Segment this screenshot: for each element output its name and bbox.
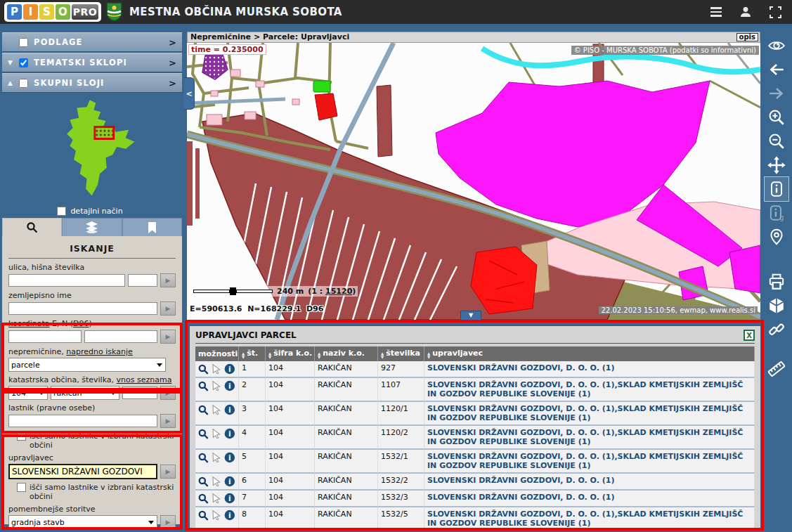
sidebar-collapse-tab[interactable]: <	[184, 77, 195, 110]
row-info-icon[interactable]: i	[224, 428, 235, 439]
select-row-icon[interactable]	[212, 405, 221, 415]
collapse-up-icon[interactable]: ▲	[8, 79, 19, 86]
zoom-to-row-icon[interactable]	[198, 510, 209, 521]
owner-input[interactable]	[8, 415, 157, 427]
list-entry-link[interactable]: vnos seznama	[117, 375, 172, 384]
select-row-icon[interactable]	[212, 476, 221, 486]
row-info-icon[interactable]: i	[224, 452, 235, 463]
coordinate-n-input[interactable]	[84, 330, 157, 343]
piso-logo[interactable]: P I S O PRO	[4, 2, 101, 22]
identify-group-button[interactable]: g	[765, 201, 788, 225]
coordinate-search-button[interactable]: ▶	[160, 330, 176, 344]
sidebar-item-skupni-sloji[interactable]: ▲ SKUPNI SLOJI >	[2, 73, 182, 93]
row-info-icon[interactable]: i	[224, 363, 235, 375]
sort-icon[interactable]: ▲▼	[268, 352, 271, 359]
manager-search-button[interactable]: ▶	[160, 465, 176, 479]
visibility-button[interactable]	[765, 34, 788, 58]
parcel-number-input[interactable]	[122, 387, 157, 399]
excel-export-icon[interactable]: X	[744, 330, 755, 341]
description-button[interactable]: opis	[736, 33, 758, 41]
select-row-icon[interactable]	[212, 453, 221, 462]
select-row-icon[interactable]	[212, 429, 221, 439]
zoom-to-row-icon[interactable]	[198, 381, 209, 391]
table-row[interactable]: i 6 104 RAKIČAN 1532/2 SLOVENSKI DRŽAVNI…	[195, 474, 755, 491]
manager-filter-checkbox[interactable]	[17, 483, 26, 492]
owner-search-button[interactable]: ▶	[160, 414, 176, 428]
street-search-button[interactable]: ▶	[160, 273, 176, 287]
advanced-search-link[interactable]: napredno iskanje	[66, 347, 132, 356]
zoom-to-row-icon[interactable]	[198, 405, 209, 415]
select-row-icon[interactable]	[212, 364, 221, 374]
tematski-sklopi-checkbox[interactable]	[19, 58, 28, 67]
location-button[interactable]	[765, 225, 788, 249]
skupni-sloji-checkbox[interactable]	[19, 79, 28, 88]
history-forward-button[interactable]	[765, 82, 788, 105]
print-button[interactable]	[765, 270, 788, 294]
manager-cell[interactable]: SLOVENSKI DRŽAVNI GOZDOVI, D. O. O. (1)	[424, 474, 755, 491]
manager-cell[interactable]: SLOVENSKI DRŽAVNI GOZDOVI, D. O. O. (1),…	[424, 450, 755, 474]
select-row-icon[interactable]	[212, 510, 221, 520]
column-header[interactable]: ▲▼šifra k.o.	[266, 346, 315, 361]
fullscreen-icon[interactable]	[768, 5, 782, 19]
select-row-icon[interactable]	[212, 381, 221, 391]
coordinate-link[interactable]: koordinata	[8, 319, 50, 328]
sidebar-item-tematski-sklopi[interactable]: ▼ TEMATSKI SKLOPI >	[2, 53, 182, 72]
manager-cell[interactable]: SLOVENSKI DRŽAVNI GOZDOVI, D. O. O. (1),…	[424, 378, 755, 402]
row-info-icon[interactable]: i	[224, 380, 235, 391]
street-input[interactable]	[8, 274, 125, 287]
column-header[interactable]: možnosti	[195, 346, 239, 361]
identify-button[interactable]	[765, 177, 788, 201]
table-row[interactable]: i 5 104 RAKIČAN 1532/1 SLOVENSKI DRŽAVNI…	[195, 450, 755, 474]
column-header[interactable]: ▲▼naziv k.o.	[315, 346, 378, 361]
map-canvas[interactable]: time = 0.235000 © PISO - MURSKA SOBOTA (…	[187, 43, 760, 320]
zoom-to-row-icon[interactable]	[198, 453, 209, 463]
zoom-to-row-icon[interactable]	[198, 364, 209, 375]
podlage-checkbox[interactable]	[19, 38, 28, 47]
collapse-down-icon[interactable]: ▼	[8, 59, 19, 66]
row-info-icon[interactable]: i	[224, 476, 235, 487]
zoom-to-row-icon[interactable]	[198, 429, 209, 439]
scale-ratio-link[interactable]: 15120	[325, 287, 352, 296]
municipality-overview-map[interactable]	[41, 97, 145, 207]
zoom-to-row-icon[interactable]	[198, 476, 209, 487]
geoname-input[interactable]	[8, 302, 157, 315]
services-select[interactable]: gradnja stavb	[8, 515, 157, 529]
row-info-icon[interactable]: i	[224, 510, 235, 521]
table-row[interactable]: i 4 104 RAKIČAN 1120/2 SLOVENSKI DRŽAVNI…	[195, 426, 755, 450]
manager-input[interactable]	[8, 464, 157, 479]
row-info-icon[interactable]: i	[224, 404, 235, 415]
realestate-type-select[interactable]: parcele	[8, 358, 166, 372]
sort-icon[interactable]: ▲▼	[318, 352, 320, 359]
tab-search[interactable]	[2, 218, 62, 236]
table-row[interactable]: i 7 104 RAKIČAN 1532/3 SLOVENSKI DRŽAVNI…	[195, 491, 755, 507]
manager-cell[interactable]: SLOVENSKI DRŽAVNI GOZDOVI, D. O. O. (1),…	[424, 507, 755, 531]
tab-layers[interactable]	[62, 218, 122, 236]
d96-link[interactable]: D96	[73, 319, 89, 328]
row-info-icon[interactable]: i	[224, 493, 235, 504]
manager-cell[interactable]: SLOVENSKI DRŽAVNI GOZDOVI, D. O. O. (1)	[424, 491, 755, 507]
house-number-input[interactable]	[128, 274, 157, 287]
sort-icon[interactable]: ▲▼	[427, 352, 430, 359]
zoom-to-row-icon[interactable]	[198, 493, 209, 504]
manager-cell[interactable]: SLOVENSKI DRŽAVNI GOZDOVI, D. O. O. (1)	[424, 361, 755, 378]
table-row[interactable]: i 3 104 RAKIČAN 1120/1 SLOVENSKI DRŽAVNI…	[195, 402, 755, 426]
menu-icon[interactable]	[709, 5, 723, 19]
select-row-icon[interactable]	[212, 493, 221, 503]
share-link-button[interactable]	[765, 318, 788, 342]
column-header[interactable]: ▲▼upravljavec	[424, 346, 755, 361]
3d-view-button[interactable]	[765, 294, 788, 318]
sidebar-item-podlage[interactable]: PODLAGE >	[2, 32, 182, 52]
geoname-search-button[interactable]: ▶	[160, 301, 176, 316]
table-row[interactable]: i 2 104 RAKIČAN 1107 SLOVENSKI DRŽAVNI G…	[195, 378, 755, 402]
cadastral-code-select[interactable]: 104	[8, 386, 48, 400]
owner-filter-checkbox[interactable]	[17, 432, 26, 441]
zoom-in-button[interactable]	[765, 105, 788, 129]
column-header[interactable]: ▲▼št.	[239, 346, 266, 361]
services-search-button[interactable]: ▶	[160, 515, 176, 529]
zoom-out-button[interactable]	[765, 129, 788, 153]
sort-icon[interactable]: ▲▼	[242, 352, 245, 359]
measure-button[interactable]	[765, 357, 788, 381]
user-icon[interactable]	[739, 5, 753, 19]
history-back-button[interactable]	[765, 58, 788, 82]
manager-cell[interactable]: SLOVENSKI DRŽAVNI GOZDOVI, D. O. O. (1),…	[424, 402, 755, 426]
